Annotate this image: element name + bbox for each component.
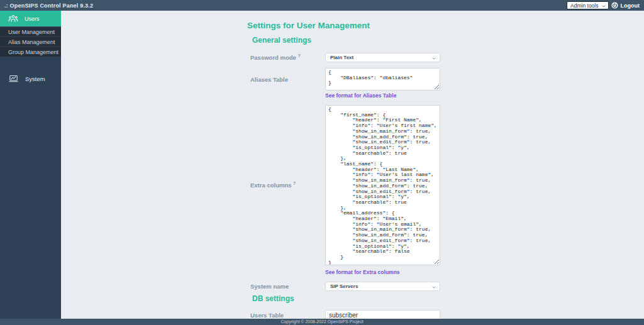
page-title: Settings for User Management — [247, 21, 644, 30]
system-name-value: SIP Servers — [330, 284, 358, 289]
sidebar: Users User Management Alias Management G… — [0, 11, 61, 325]
help-marker[interactable]: ? — [293, 181, 296, 185]
topbar-actions: Admin tools Logout — [567, 1, 640, 9]
copyright-text: Copyright © 2008-2022 OpenSIPS Project — [280, 319, 363, 325]
logout-button[interactable]: Logout — [621, 3, 640, 9]
app-title: .: OpenSIPS Control Panel 9.3.2 — [4, 3, 93, 9]
password-mode-label: Password mode ? — [250, 53, 325, 61]
admin-tools-select[interactable]: Admin tools — [567, 1, 608, 9]
sidebar-item-label: Alias Management — [8, 39, 55, 45]
users-table-label: Users Table — [250, 312, 325, 319]
main-content: Settings for User Management General set… — [61, 11, 644, 325]
aliases-table-row: Aliases Table { "DBaliases": "dbaliases"… — [250, 68, 644, 91]
chevron-down-icon — [601, 4, 606, 9]
top-bar: .: OpenSIPS Control Panel 9.3.2 Admin to… — [0, 0, 644, 11]
sidebar-spacer — [0, 57, 61, 71]
password-mode-select[interactable]: Plain Text — [325, 53, 440, 62]
password-mode-value: Plain Text — [330, 55, 353, 60]
system-name-select[interactable]: SIP Servers — [325, 282, 440, 291]
sidebar-item-system[interactable]: System — [0, 71, 61, 86]
aliases-table-label: Aliases Table — [250, 76, 325, 83]
sidebar-item-users-label: Users — [25, 16, 40, 22]
users-submenu: User Management Alias Management Group M… — [0, 26, 61, 57]
users-group-icon — [8, 14, 18, 24]
sidebar-item-label: Group Management — [8, 49, 58, 55]
system-name-row: System name SIP Servers — [250, 282, 644, 291]
sidebar-item-users[interactable]: Users — [0, 11, 61, 26]
extra-columns-label: Extra columns ? — [250, 181, 325, 189]
power-icon[interactable] — [611, 2, 618, 9]
system-monitor-icon — [8, 74, 19, 84]
help-marker[interactable]: ? — [298, 53, 301, 58]
extra-columns-textarea[interactable]: { "first_name": { "header": "First Name"… — [325, 105, 440, 265]
extra-columns-format-link[interactable]: See format for Extra columns — [325, 269, 644, 275]
sidebar-item-group-management[interactable]: Group Management — [0, 47, 61, 57]
aliases-table-textarea[interactable]: { "DBaliases": "dbaliases" } — [325, 68, 440, 91]
admin-tools-label: Admin tools — [570, 3, 598, 9]
section-general-settings: General settings — [252, 36, 644, 45]
aliases-table-format-link[interactable]: See format for Aliases Table — [325, 92, 644, 99]
extra-columns-row: Extra columns ? { "first_name": { "heade… — [250, 105, 644, 265]
sidebar-item-label: User Management — [8, 29, 55, 35]
chevron-down-icon — [431, 285, 436, 290]
section-db-settings: DB settings — [252, 295, 644, 303]
sidebar-item-system-label: System — [25, 75, 45, 82]
password-mode-row: Password mode ? Plain Text — [250, 53, 644, 62]
chevron-down-icon — [431, 56, 436, 61]
sidebar-item-user-management[interactable]: User Management — [0, 27, 61, 37]
system-name-label: System name — [250, 283, 325, 290]
sidebar-item-alias-management[interactable]: Alias Management — [0, 37, 61, 47]
footer: Copyright © 2008-2022 OpenSIPS Project — [0, 319, 644, 325]
